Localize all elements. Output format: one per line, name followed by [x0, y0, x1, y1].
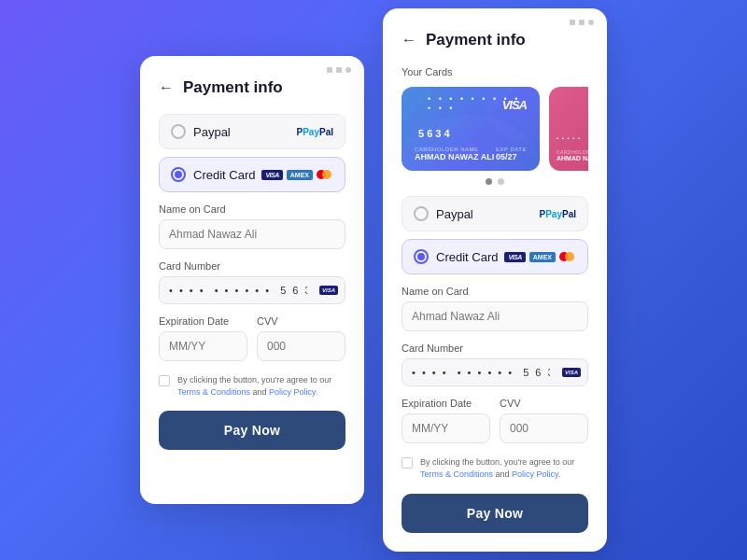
right-expiry-label: Expiration Date: [402, 398, 490, 409]
name-input[interactable]: [159, 219, 345, 249]
right-chrome-dot-2: [579, 20, 585, 25]
right-panel-header: ← Payment info: [402, 31, 588, 49]
chrome-dot-2: [336, 67, 342, 73]
right-pay-now-button[interactable]: Pay Now: [402, 494, 588, 533]
pink-cardholder-value: AHMAD NA: [557, 155, 588, 161]
right-page-title: Payment info: [426, 31, 526, 49]
right-name-label: Name on Card: [402, 286, 588, 297]
creditcard-option[interactable]: Credit Card VISA AMEX: [159, 157, 345, 192]
card-dots: • • • • • • • • • • • •: [428, 94, 527, 113]
policy-link[interactable]: Policy Policy.: [269, 387, 317, 397]
right-cvv-input[interactable]: [500, 413, 588, 443]
expiry-cvv-row: Expiration Date CVV: [159, 304, 345, 361]
right-creditcard-label: Credit Card: [436, 250, 498, 264]
cards-carousel[interactable]: VISA • • • • • • • • • • • • 5 6 3 4 CAR…: [402, 87, 588, 171]
right-window-chrome: [570, 20, 594, 25]
your-cards-label: Your Cards: [402, 66, 588, 77]
terms-checkbox[interactable]: [159, 375, 170, 386]
right-terms-and: and: [493, 469, 512, 479]
terms-and: and: [250, 387, 269, 397]
visa-icon: VISA: [261, 170, 282, 180]
terms-text: By clicking the button, you're agree to …: [177, 374, 345, 398]
right-terms-link[interactable]: Terms & Conditions: [420, 469, 493, 479]
right-expiry-cvv-row: Expiration Date CVV: [402, 386, 588, 443]
expiry-label: Expiration Date: [159, 315, 247, 327]
visa-card[interactable]: VISA • • • • • • • • • • • • 5 6 3 4 CAR…: [402, 87, 540, 171]
terms-prefix: By clicking the button, you're agree to …: [177, 375, 331, 385]
right-expiry-input[interactable]: [402, 413, 490, 443]
right-cardnumber-label: Card Number: [402, 343, 588, 354]
card-number-area: • • • • • • • • • • • • 5 6 3 4: [415, 124, 527, 141]
right-mc-right: [565, 252, 574, 261]
creditcard-label: Credit Card: [193, 168, 255, 182]
carousel-dot-2[interactable]: [498, 178, 504, 185]
cardnumber-input[interactable]: [159, 276, 345, 304]
right-policy-link[interactable]: Policy Policy.: [512, 469, 560, 479]
right-creditcard-option[interactable]: Credit Card VISA AMEX: [402, 239, 588, 274]
expiry-input[interactable]: [159, 331, 247, 361]
expiry-group-card: EXP DATE 05/27: [496, 147, 527, 161]
right-cardnumber-input[interactable]: [402, 358, 588, 386]
right-radio-inner: [417, 253, 425, 260]
right-name-input[interactable]: [402, 301, 588, 331]
paypal-option[interactable]: Paypal PPayPal: [159, 114, 345, 149]
carousel-indicators: [402, 178, 588, 185]
cardnumber-row: VISA: [159, 276, 345, 304]
pay-now-button[interactable]: Pay Now: [159, 411, 345, 450]
right-visa-inline-icon: VISA: [562, 368, 581, 377]
right-paypal-logo: PPayPal: [540, 208, 576, 219]
cvv-input[interactable]: [257, 331, 345, 361]
right-back-arrow-icon[interactable]: ←: [402, 32, 416, 49]
paypal-radio[interactable]: [171, 124, 186, 139]
right-chrome-dot-1: [570, 20, 575, 25]
right-panel: ← Payment info Your Cards VISA • • • • •…: [383, 8, 607, 551]
right-paypal-radio[interactable]: [414, 206, 429, 221]
cvv-label: CVV: [257, 315, 345, 327]
cardnumber-label: Card Number: [159, 260, 345, 272]
paypal-option-left: Paypal: [171, 124, 231, 139]
carousel-dot-1[interactable]: [486, 178, 492, 185]
radio-inner: [175, 171, 182, 178]
amex-icon: AMEX: [287, 170, 313, 180]
right-paypal-left: Paypal: [414, 206, 473, 221]
chrome-dot-1: [327, 67, 332, 73]
visa-inline-icon: VISA: [319, 286, 338, 295]
right-visa-icon: VISA: [504, 252, 525, 262]
right-cvv-group: CVV: [500, 386, 588, 443]
right-card-icons: VISA AMEX: [504, 251, 576, 262]
right-terms-text: By clicking the button, you're agree to …: [420, 456, 588, 480]
pink-card[interactable]: • • • • • CARDHOLDER N AHMAD NA: [549, 87, 588, 171]
cardholder-group: CARDHOLDER NAME AHMAD NAWAZ ALI: [415, 147, 494, 161]
paypal-logo: PPayPal: [297, 126, 333, 137]
right-amex-icon: AMEX: [529, 252, 556, 262]
chrome-dot-3: [345, 67, 351, 73]
name-label: Name on Card: [159, 203, 345, 215]
left-panel: ← Payment info Paypal PPayPal Credit Car…: [140, 56, 364, 504]
right-paypal-option[interactable]: Paypal PPayPal: [402, 196, 588, 231]
back-arrow-icon[interactable]: ←: [159, 79, 174, 96]
right-cvv-label: CVV: [500, 398, 588, 409]
terms-link[interactable]: Terms & Conditions: [177, 387, 250, 397]
cardholder-value: AHMAD NAWAZ ALI: [415, 152, 494, 161]
right-terms-prefix: By clicking the button, you're agree to …: [420, 457, 574, 467]
card-expiry-value: 05/27: [496, 152, 527, 161]
mastercard-icon: [317, 169, 333, 180]
right-creditcard-radio[interactable]: [414, 249, 429, 264]
right-paypal-label: Paypal: [436, 207, 473, 221]
terms-row: By clicking the button, you're agree to …: [159, 374, 345, 398]
cvv-group: CVV: [257, 304, 345, 361]
panel-header: ← Payment info: [159, 78, 345, 97]
page-title: Payment info: [183, 78, 283, 97]
right-expiry-group: Expiration Date: [402, 386, 490, 443]
window-chrome: [327, 67, 351, 73]
right-creditcard-left: Credit Card: [414, 249, 498, 264]
card-last4: 5 6 3 4: [418, 128, 450, 139]
paypal-label: Paypal: [193, 125, 231, 139]
card-icons: VISA AMEX: [261, 169, 333, 180]
right-terms-checkbox[interactable]: [402, 457, 413, 469]
right-cardnumber-row: VISA: [402, 358, 588, 386]
pink-card-dots: • • • • •: [557, 135, 581, 141]
mc-right: [322, 170, 331, 179]
pink-card-info: CARDHOLDER N AHMAD NA: [557, 149, 588, 161]
creditcard-radio[interactable]: [171, 167, 186, 182]
